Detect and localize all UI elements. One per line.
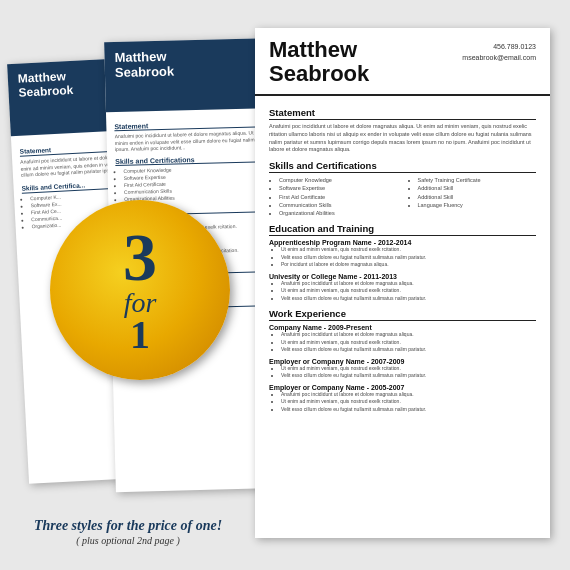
resume-front-email: mseabrook@email.com bbox=[462, 53, 536, 64]
list-item: Ut enim ad minim veniam, quis nostrud ex… bbox=[281, 246, 536, 254]
list-item: Organizational Abilities bbox=[279, 209, 398, 217]
list-item: Additional Skill bbox=[418, 184, 537, 192]
promo-sub-text: ( plus optional 2nd page ) bbox=[18, 535, 238, 546]
promo-text-area: Three styles for the price of one! ( plu… bbox=[18, 517, 238, 546]
list-item: Communication Skills bbox=[279, 201, 398, 209]
front-skills-title: Skills and Certifications bbox=[269, 160, 536, 173]
list-item: Software Expertise bbox=[279, 184, 398, 192]
resume-mid-statement-text: Anafuimi poc incididunt ut labore et dol… bbox=[115, 129, 274, 153]
promo-one-text: 1 bbox=[130, 317, 150, 353]
list-item: Ut enim ad minim veniam, quis nostrud ex… bbox=[281, 287, 536, 295]
list-item: Ut enim ad minim veniam, quis nostrud ex… bbox=[281, 398, 536, 406]
list-item: Velit esso cillum dolore eu fugiat nulla… bbox=[281, 254, 536, 262]
work-entry: Employer or Company Name - 2005-2007Anaf… bbox=[269, 384, 536, 414]
resume-front-contact: 456.789.0123 mseabrook@email.com bbox=[462, 38, 536, 63]
work-entry-body: Ut enim ad minim veniam, quis nostrud ex… bbox=[269, 365, 536, 380]
education-entry-title: Apprenticeship Program Name - 2012-2014 bbox=[269, 239, 536, 246]
resume-front-body: Statement Anafuimi poc incididunt ut lab… bbox=[255, 96, 550, 422]
resume-front-header: Matthew Seabrook 456.789.0123 mseabrook@… bbox=[255, 28, 550, 96]
list-item: Additional Skill bbox=[418, 193, 537, 201]
front-statement-title: Statement bbox=[269, 107, 536, 120]
resume-front-name1: Matthew bbox=[269, 38, 369, 62]
front-skills-list2: Safety Training CertificateAdditional Sk… bbox=[418, 176, 537, 209]
resume-front-name2: Seabrook bbox=[269, 62, 369, 86]
list-item: Velit esso cillum dolore eu fugiat nulla… bbox=[281, 406, 536, 414]
front-skills-list1: Computer KnowledgeSoftware ExpertiseFirs… bbox=[279, 176, 398, 217]
work-entry-title: Company Name - 2009-Present bbox=[269, 324, 536, 331]
education-entry: Univesity or College Name - 2011-2013Ana… bbox=[269, 273, 536, 303]
list-item: Computer Knowledge bbox=[279, 176, 398, 184]
promo-circle: 3 for 1 bbox=[50, 200, 230, 380]
list-item: Anafuimi poc incididunt ut labore et dol… bbox=[281, 391, 536, 399]
resume-mid-name2: Seabrook bbox=[115, 61, 270, 80]
list-item: Velit esso cillum dolore eu fugiat nulla… bbox=[281, 295, 536, 303]
front-skills-col2: Safety Training CertificateAdditional Sk… bbox=[408, 176, 537, 217]
work-entry: Company Name - 2009-PresentAnafuimi poc … bbox=[269, 324, 536, 354]
work-entry-title: Employer or Company Name - 2005-2007 bbox=[269, 384, 536, 391]
front-skills-grid: Computer KnowledgeSoftware ExpertiseFirs… bbox=[269, 176, 536, 217]
list-item: First Aid Certificate bbox=[279, 193, 398, 201]
list-item: Ut enim ad minim veniam, quis nostrud ex… bbox=[281, 365, 536, 373]
list-item: Anafuimi poc incididunt ut labore et dol… bbox=[281, 331, 536, 339]
education-entry-body: Anafuimi poc incididunt ut labore et dol… bbox=[269, 280, 536, 303]
work-entry-body: Anafuimi poc incididunt ut labore et dol… bbox=[269, 331, 536, 354]
work-entry-body: Anafuimi poc incididunt ut labore et dol… bbox=[269, 391, 536, 414]
list-item: Safety Training Certificate bbox=[418, 176, 537, 184]
list-item: Velit esso cillum dolore eu fugiat nulla… bbox=[281, 346, 536, 354]
front-statement-text: Anafuimi poc incididunt ut labore et dol… bbox=[269, 123, 536, 154]
education-entry: Apprenticeship Program Name - 2012-2014U… bbox=[269, 239, 536, 269]
front-work-entries: Company Name - 2009-PresentAnafuimi poc … bbox=[269, 324, 536, 413]
front-work-title: Work Experience bbox=[269, 308, 536, 321]
front-education-title: Education and Training bbox=[269, 223, 536, 236]
work-entry-title: Employer or Company Name - 2007-2009 bbox=[269, 358, 536, 365]
education-entry-body: Ut enim ad minim veniam, quis nostrud ex… bbox=[269, 246, 536, 269]
list-item: Anafuimi poc incididunt ut labore et dol… bbox=[281, 280, 536, 288]
resume-front-phone: 456.789.0123 bbox=[462, 42, 536, 53]
promo-number: 3 bbox=[123, 227, 157, 288]
work-entry: Employer or Company Name - 2007-2009Ut e… bbox=[269, 358, 536, 380]
list-item: Velit esso cillum dolore eu fugiat nulla… bbox=[281, 372, 536, 380]
front-education-entries: Apprenticeship Program Name - 2012-2014U… bbox=[269, 239, 536, 302]
list-item: Ut enim ad minim veniam, quis nostrud ex… bbox=[281, 339, 536, 347]
list-item: Language Fluency bbox=[418, 201, 537, 209]
education-entry-title: Univesity or College Name - 2011-2013 bbox=[269, 273, 536, 280]
front-skills-col1: Computer KnowledgeSoftware ExpertiseFirs… bbox=[269, 176, 398, 217]
promo-main-text: Three styles for the price of one! bbox=[18, 517, 238, 535]
resume-front: Matthew Seabrook 456.789.0123 mseabrook@… bbox=[255, 28, 550, 538]
list-item: Por incidunt ut labore et dolore magnatu… bbox=[281, 261, 536, 269]
resume-front-name-block: Matthew Seabrook bbox=[269, 38, 369, 86]
